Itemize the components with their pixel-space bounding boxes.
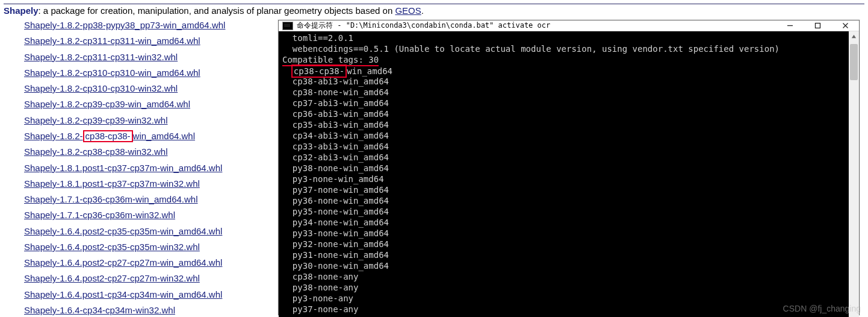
cmd-scrollbar[interactable] <box>849 31 859 317</box>
console-line: cp34-abi3-win_amd64 <box>282 130 846 141</box>
scroll-thumb[interactable] <box>850 44 858 80</box>
cmd-titlebar: 命令提示符 - "D:\Miniconda3\condabin\conda.ba… <box>279 20 859 31</box>
console-line: py36-none-win_amd64 <box>282 195 846 206</box>
file-link[interactable]: Shapely-1.8.2-cp311-cp311-win32.whl <box>24 52 178 62</box>
console-line: cp35-abi3-win_amd64 <box>282 119 846 130</box>
file-link[interactable]: Shapely-1.6.4.post2-cp27-cp27m-win32.whl <box>24 273 200 283</box>
cmd-window: 命令提示符 - "D:\Miniconda3\condabin\conda.ba… <box>278 20 860 315</box>
file-link[interactable]: Shapely-1.6.4-cp34-cp34m-win32.whl <box>24 305 175 315</box>
console-line: py32-none-win_amd64 <box>282 239 846 250</box>
scroll-up-icon[interactable] <box>849 31 859 42</box>
console-line: cp38-cp38-win_amd64 <box>282 65 846 76</box>
file-link[interactable]: Shapely-1.8.2-cp310-cp310-win_amd64.whl <box>24 67 200 78</box>
file-link[interactable]: Shapely-1.6.4.post2-cp35-cp35m-win_amd64… <box>24 226 222 236</box>
geos-link[interactable]: GEOS <box>395 5 421 16</box>
console-line: py37-none-any <box>282 304 846 315</box>
file-link[interactable]: Shapely-1.7.1-cp36-cp36m-win_amd64.whl <box>24 194 198 204</box>
file-link[interactable]: Shapely-1.8.1.post1-cp37-cp37m-win32.whl <box>24 178 200 189</box>
file-link[interactable]: Shapely-1.6.4.post2-cp35-cp35m-win32.whl <box>24 242 200 252</box>
console-line: py38-none-any <box>282 282 846 293</box>
file-link[interactable]: Shapely-1.8.2-cp39-cp39-win_amd64.whl <box>24 99 190 109</box>
console-line: cp38-abi3-win_amd64 <box>282 76 846 87</box>
console-line: py30-none-win_amd64 <box>282 260 846 271</box>
console-line: cp38-none-win_amd64 <box>282 87 846 98</box>
file-link[interactable]: Shapely-1.8.2-cp38-cp38-win_amd64.whl <box>24 131 195 141</box>
console-line: Compatible tags: 30 <box>282 54 846 65</box>
file-link[interactable]: Shapely-1.6.4.post2-cp27-cp27m-win_amd64… <box>24 257 222 268</box>
console-line: py37-none-win_amd64 <box>282 184 846 195</box>
console-line: py35-none-win_amd64 <box>282 206 846 217</box>
file-link[interactable]: Shapely-1.6.4.post1-cp34-cp34m-win_amd64… <box>24 289 222 300</box>
file-link[interactable]: Shapely-1.8.1.post1-cp37-cp37m-win_amd64… <box>24 163 222 173</box>
file-link[interactable]: Shapely-1.8.2-cp39-cp39-win32.whl <box>24 115 167 125</box>
cmd-icon <box>282 22 293 30</box>
console-line: py3-none-win_amd64 <box>282 174 846 184</box>
console-line: tomli==2.0.1 <box>282 33 846 43</box>
console-line: cp32-abi3-win_amd64 <box>282 152 846 163</box>
package-name: Shapely <box>4 5 39 16</box>
file-link[interactable]: Shapely-1.8.2-cp38-cp38-win32.whl <box>24 146 167 157</box>
highlight-tag: cp38-cp38- <box>83 130 133 143</box>
console-line: cp36-abi3-win_amd64 <box>282 108 846 119</box>
svg-marker-4 <box>852 35 856 38</box>
file-link[interactable]: Shapely-1.8.2-cp311-cp311-win_amd64.whl <box>24 36 200 46</box>
console-line: py36-none-any <box>282 315 846 317</box>
console-line: cp33-abi3-win_amd64 <box>282 141 846 152</box>
intro-line: Shapely: a package for creation, manipul… <box>4 5 864 16</box>
close-button[interactable] <box>831 20 859 31</box>
console-line: py3-none-any <box>282 293 846 304</box>
file-link[interactable]: Shapely-1.8.2-cp310-cp310-win32.whl <box>24 83 178 93</box>
svg-rect-1 <box>815 24 820 28</box>
console-line: py38-none-win_amd64 <box>282 163 846 174</box>
console-line: py34-none-win_amd64 <box>282 217 846 228</box>
console-line: cp38-none-any <box>282 271 846 282</box>
file-link[interactable]: Shapely-1.7.1-cp36-cp36m-win32.whl <box>24 210 175 220</box>
console-line: py33-none-win_amd64 <box>282 228 846 239</box>
maximize-button[interactable] <box>804 20 831 31</box>
console-line: py31-none-win_amd64 <box>282 250 846 260</box>
file-link[interactable]: Shapely-1.8.2-pp38-pypy38_pp73-win_amd64… <box>24 20 225 30</box>
scroll-track[interactable] <box>849 42 859 317</box>
cmd-console: tomli==2.0.1 webencodings==0.5.1 (Unable… <box>279 31 849 317</box>
console-line: webencodings==0.5.1 (Unable to locate ac… <box>282 43 846 54</box>
cmd-title: 命令提示符 - "D:\Miniconda3\condabin\conda.ba… <box>297 20 776 31</box>
minimize-button[interactable] <box>776 20 804 31</box>
console-line: cp37-abi3-win_amd64 <box>282 98 846 108</box>
